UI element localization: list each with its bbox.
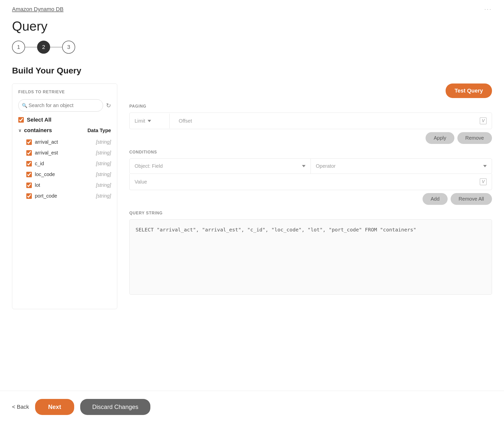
page-title: Query (12, 19, 492, 34)
field-row: c_id [string] (18, 158, 111, 169)
stepper: 1 2 3 (0, 34, 504, 54)
breadcrumb-link[interactable]: Amazon Dynamo DB (12, 6, 63, 13)
conditions-field-placeholder: Object: Field (135, 163, 163, 169)
conditions-operator-dropdown[interactable]: Operator (311, 159, 492, 174)
group-header[interactable]: ∨ containers Data Type (18, 127, 111, 134)
select-all-checkbox[interactable] (18, 117, 24, 123)
test-query-button[interactable]: Test Query (446, 83, 492, 98)
data-type-header: Data Type (87, 128, 111, 133)
step-3[interactable]: 3 (62, 41, 75, 54)
variable-icon: V (480, 117, 487, 124)
field-row: arrival_act [string] (18, 137, 111, 147)
operator-chevron-icon (483, 165, 487, 167)
field-name-port-code: port_code (35, 193, 93, 199)
field-checkbox-port-code[interactable] (26, 193, 32, 199)
fields-panel: FIELDS TO RETRIEVE 🔍 ↻ Select All ∨ c (12, 83, 117, 309)
field-row: port_code [string] (18, 191, 111, 201)
paging-offset-field[interactable]: Offset V (174, 113, 492, 129)
search-input[interactable] (18, 99, 103, 112)
field-name-arrival-est: arrival_est (35, 150, 93, 156)
object-group: ∨ containers Data Type arrival_act [stri… (18, 127, 111, 201)
build-query-title: Build Your Query (12, 66, 492, 75)
field-name-lot: lot (35, 182, 93, 188)
query-string-label: QUERY STRING (129, 211, 492, 215)
next-button[interactable]: Next (35, 399, 74, 415)
field-name-c-id: c_id (35, 161, 93, 166)
paging-offset-placeholder: Offset (179, 118, 192, 124)
field-type-arrival-act: [string] (96, 139, 111, 145)
step-2[interactable]: 2 (37, 41, 50, 54)
conditions-operator-placeholder: Operator (316, 163, 336, 169)
back-button[interactable]: < Back (12, 404, 29, 410)
fields-label: FIELDS TO RETRIEVE (18, 90, 111, 94)
conditions-value-row[interactable]: Value V (129, 174, 492, 190)
field-row: loc_code [string] (18, 169, 111, 180)
field-row: lot [string] (18, 180, 111, 191)
select-all-label: Select All (27, 117, 51, 123)
limit-chevron-icon (148, 120, 151, 122)
breadcrumb-bar: Amazon Dynamo DB ··· (0, 0, 504, 13)
step-connector-1 (25, 47, 37, 47)
conditions-value-placeholder: Value (135, 179, 147, 185)
conditions-remove-all-button[interactable]: Remove All (451, 193, 492, 205)
field-checkbox-lot[interactable] (26, 183, 32, 188)
paging-remove-button[interactable]: Remove (457, 132, 492, 144)
step-connector-2 (50, 47, 62, 47)
group-name: containers (24, 127, 52, 134)
paging-row: Limit Offset V (129, 113, 492, 129)
paging-actions: Apply Remove (129, 132, 492, 144)
paging-label: PAGING (129, 104, 492, 109)
paging-apply-button[interactable]: Apply (426, 132, 454, 144)
select-all-row: Select All (18, 117, 111, 123)
field-type-lot: [string] (96, 182, 111, 188)
search-icon: 🔍 (22, 103, 27, 108)
footer: < Back Next Discard Changes (0, 391, 504, 423)
refresh-icon[interactable]: ↻ (106, 102, 111, 109)
field-type-arrival-est: [string] (96, 150, 111, 156)
field-checkbox-arrival-est[interactable] (26, 150, 32, 156)
field-checkbox-c-id[interactable] (26, 161, 32, 166)
conditions-row: Object: Field Operator (129, 158, 492, 174)
field-name-loc-code: loc_code (35, 172, 93, 177)
field-row: arrival_est [string] (18, 147, 111, 158)
field-checkbox-loc-code[interactable] (26, 172, 32, 177)
conditions-actions: Add Remove All (129, 193, 492, 205)
breadcrumb-dots: ··· (484, 6, 492, 13)
field-type-port-code: [string] (96, 193, 111, 199)
right-panel: Test Query PAGING Limit Offset V (129, 83, 492, 295)
paging-limit-dropdown[interactable]: Limit (130, 114, 170, 128)
field-type-loc-code: [string] (96, 172, 111, 177)
search-box-wrapper: 🔍 ↻ (18, 99, 111, 112)
step-1[interactable]: 1 (12, 41, 25, 54)
conditions-section: CONDITIONS Object: Field Operator Value (129, 150, 492, 205)
discard-changes-button[interactable]: Discard Changes (80, 399, 150, 415)
field-name-arrival-act: arrival_act (35, 139, 93, 145)
field-chevron-icon (302, 165, 306, 167)
conditions-add-button[interactable]: Add (423, 193, 448, 205)
value-variable-icon: V (480, 178, 487, 185)
field-checkbox-arrival-act[interactable] (26, 139, 32, 145)
conditions-label: CONDITIONS (129, 150, 492, 154)
query-string-box: SELECT "arrival_act", "arrival_est", "c_… (129, 219, 492, 295)
paging-section: PAGING Limit Offset V Apply Remove (129, 83, 492, 144)
query-string-section: QUERY STRING SELECT "arrival_act", "arri… (129, 211, 492, 295)
conditions-field-dropdown[interactable]: Object: Field (130, 159, 311, 174)
field-type-c-id: [string] (96, 161, 111, 166)
paging-limit-label: Limit (135, 118, 145, 124)
group-chevron-icon: ∨ (18, 128, 22, 133)
